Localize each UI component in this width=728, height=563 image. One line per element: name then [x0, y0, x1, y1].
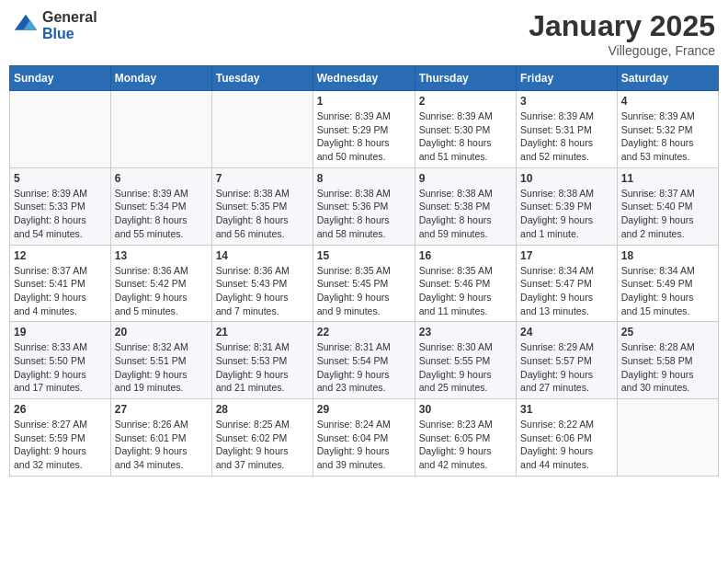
day-number: 11 — [621, 172, 714, 185]
calendar-week-row: 12Sunrise: 8:37 AM Sunset: 5:41 PM Dayli… — [10, 245, 719, 322]
calendar-cell: 1Sunrise: 8:39 AM Sunset: 5:29 PM Daylig… — [313, 91, 415, 168]
day-info: Sunrise: 8:30 AM Sunset: 5:55 PM Dayligh… — [419, 340, 512, 395]
day-number: 15 — [317, 249, 411, 262]
day-info: Sunrise: 8:39 AM Sunset: 5:31 PM Dayligh… — [520, 109, 613, 164]
calendar-cell: 17Sunrise: 8:34 AM Sunset: 5:47 PM Dayli… — [517, 245, 618, 322]
weekday-header: Tuesday — [211, 66, 313, 91]
day-number: 2 — [419, 95, 512, 108]
day-info: Sunrise: 8:38 AM Sunset: 5:36 PM Dayligh… — [317, 187, 411, 241]
day-number: 8 — [317, 172, 411, 185]
weekday-header: Monday — [110, 66, 211, 91]
calendar-cell: 21Sunrise: 8:31 AM Sunset: 5:53 PM Dayli… — [211, 322, 313, 399]
calendar-cell: 4Sunrise: 8:39 AM Sunset: 5:32 PM Daylig… — [617, 91, 718, 168]
day-info: Sunrise: 8:34 AM Sunset: 5:47 PM Dayligh… — [520, 264, 613, 318]
day-info: Sunrise: 8:34 AM Sunset: 5:49 PM Dayligh… — [621, 264, 714, 318]
day-info: Sunrise: 8:27 AM Sunset: 5:59 PM Dayligh… — [14, 418, 107, 472]
day-number: 21 — [216, 326, 309, 339]
day-info: Sunrise: 8:35 AM Sunset: 5:45 PM Dayligh… — [317, 264, 411, 318]
page-header: General Blue January 2025 Villegouge, Fr… — [9, 9, 719, 58]
day-number: 31 — [520, 403, 613, 416]
calendar-cell: 31Sunrise: 8:22 AM Sunset: 6:06 PM Dayli… — [517, 399, 618, 477]
calendar-cell: 24Sunrise: 8:29 AM Sunset: 5:57 PM Dayli… — [517, 322, 618, 399]
day-info: Sunrise: 8:31 AM Sunset: 5:54 PM Dayligh… — [317, 340, 411, 395]
calendar-cell: 16Sunrise: 8:35 AM Sunset: 5:46 PM Dayli… — [415, 245, 516, 322]
day-info: Sunrise: 8:26 AM Sunset: 6:01 PM Dayligh… — [115, 418, 208, 472]
calendar-week-row: 1Sunrise: 8:39 AM Sunset: 5:29 PM Daylig… — [10, 91, 719, 168]
day-number: 29 — [317, 403, 411, 416]
weekday-header: Wednesday — [313, 66, 415, 91]
day-number: 18 — [621, 249, 714, 262]
day-number: 6 — [115, 172, 208, 185]
day-number: 3 — [520, 95, 613, 108]
calendar-cell: 9Sunrise: 8:38 AM Sunset: 5:38 PM Daylig… — [415, 167, 516, 245]
day-number: 16 — [419, 249, 512, 262]
day-info: Sunrise: 8:36 AM Sunset: 5:43 PM Dayligh… — [216, 264, 309, 318]
day-info: Sunrise: 8:29 AM Sunset: 5:57 PM Dayligh… — [520, 340, 613, 395]
calendar-cell — [617, 399, 718, 477]
calendar-cell: 27Sunrise: 8:26 AM Sunset: 6:01 PM Dayli… — [110, 399, 211, 477]
calendar-cell: 18Sunrise: 8:34 AM Sunset: 5:49 PM Dayli… — [617, 245, 718, 322]
day-number: 14 — [216, 249, 309, 262]
calendar-cell: 10Sunrise: 8:38 AM Sunset: 5:39 PM Dayli… — [517, 167, 618, 245]
day-number: 13 — [115, 249, 208, 262]
calendar-cell: 22Sunrise: 8:31 AM Sunset: 5:54 PM Dayli… — [313, 322, 415, 399]
day-info: Sunrise: 8:38 AM Sunset: 5:35 PM Dayligh… — [216, 187, 309, 241]
day-number: 1 — [317, 95, 411, 108]
calendar-cell: 7Sunrise: 8:38 AM Sunset: 5:35 PM Daylig… — [211, 167, 313, 245]
calendar-cell: 12Sunrise: 8:37 AM Sunset: 5:41 PM Dayli… — [10, 245, 111, 322]
day-info: Sunrise: 8:31 AM Sunset: 5:53 PM Dayligh… — [216, 340, 309, 395]
calendar-title: January 2025 — [529, 9, 715, 43]
day-info: Sunrise: 8:24 AM Sunset: 6:04 PM Dayligh… — [317, 418, 411, 472]
day-info: Sunrise: 8:37 AM Sunset: 5:40 PM Dayligh… — [621, 187, 714, 241]
day-number: 20 — [115, 326, 208, 339]
day-info: Sunrise: 8:39 AM Sunset: 5:33 PM Dayligh… — [14, 187, 107, 241]
logo-blue: Blue — [42, 26, 97, 42]
day-info: Sunrise: 8:36 AM Sunset: 5:42 PM Dayligh… — [115, 264, 208, 318]
day-info: Sunrise: 8:38 AM Sunset: 5:39 PM Dayligh… — [520, 187, 613, 241]
calendar-cell: 30Sunrise: 8:23 AM Sunset: 6:05 PM Dayli… — [415, 399, 516, 477]
day-info: Sunrise: 8:39 AM Sunset: 5:32 PM Dayligh… — [621, 109, 714, 164]
day-number: 12 — [14, 249, 107, 262]
calendar-cell — [10, 91, 111, 168]
day-number: 7 — [216, 172, 309, 185]
day-number: 27 — [115, 403, 208, 416]
calendar-cell: 29Sunrise: 8:24 AM Sunset: 6:04 PM Dayli… — [313, 399, 415, 477]
day-info: Sunrise: 8:39 AM Sunset: 5:29 PM Dayligh… — [317, 109, 411, 164]
day-number: 17 — [520, 249, 613, 262]
calendar-cell: 26Sunrise: 8:27 AM Sunset: 5:59 PM Dayli… — [10, 399, 111, 477]
day-info: Sunrise: 8:38 AM Sunset: 5:38 PM Dayligh… — [419, 187, 512, 241]
calendar-cell: 5Sunrise: 8:39 AM Sunset: 5:33 PM Daylig… — [10, 167, 111, 245]
calendar-cell: 19Sunrise: 8:33 AM Sunset: 5:50 PM Dayli… — [10, 322, 111, 399]
day-number: 30 — [419, 403, 512, 416]
weekday-header: Friday — [517, 66, 618, 91]
title-block: January 2025 Villegouge, France — [529, 9, 715, 58]
calendar-cell: 2Sunrise: 8:39 AM Sunset: 5:30 PM Daylig… — [415, 91, 516, 168]
day-number: 5 — [14, 172, 107, 185]
day-number: 25 — [621, 326, 714, 339]
weekday-row: SundayMondayTuesdayWednesdayThursdayFrid… — [10, 66, 719, 91]
calendar-cell: 28Sunrise: 8:25 AM Sunset: 6:02 PM Dayli… — [211, 399, 313, 477]
day-info: Sunrise: 8:39 AM Sunset: 5:30 PM Dayligh… — [419, 109, 512, 164]
calendar-cell: 14Sunrise: 8:36 AM Sunset: 5:43 PM Dayli… — [211, 245, 313, 322]
calendar-week-row: 19Sunrise: 8:33 AM Sunset: 5:50 PM Dayli… — [10, 322, 719, 399]
calendar-body: 1Sunrise: 8:39 AM Sunset: 5:29 PM Daylig… — [10, 91, 719, 477]
day-number: 9 — [419, 172, 512, 185]
calendar-cell: 15Sunrise: 8:35 AM Sunset: 5:45 PM Dayli… — [313, 245, 415, 322]
day-number: 4 — [621, 95, 714, 108]
day-info: Sunrise: 8:39 AM Sunset: 5:34 PM Dayligh… — [115, 187, 208, 241]
weekday-header: Saturday — [617, 66, 718, 91]
calendar-week-row: 26Sunrise: 8:27 AM Sunset: 5:59 PM Dayli… — [10, 399, 719, 477]
day-number: 22 — [317, 326, 411, 339]
calendar-week-row: 5Sunrise: 8:39 AM Sunset: 5:33 PM Daylig… — [10, 167, 719, 245]
calendar-cell: 25Sunrise: 8:28 AM Sunset: 5:58 PM Dayli… — [617, 322, 718, 399]
weekday-header: Thursday — [415, 66, 516, 91]
logo: General Blue — [13, 9, 97, 41]
logo-icon — [13, 13, 39, 39]
day-number: 28 — [216, 403, 309, 416]
day-info: Sunrise: 8:35 AM Sunset: 5:46 PM Dayligh… — [419, 264, 512, 318]
calendar-cell — [110, 91, 211, 168]
calendar-cell: 23Sunrise: 8:30 AM Sunset: 5:55 PM Dayli… — [415, 322, 516, 399]
day-info: Sunrise: 8:23 AM Sunset: 6:05 PM Dayligh… — [419, 418, 512, 472]
day-info: Sunrise: 8:33 AM Sunset: 5:50 PM Dayligh… — [14, 340, 107, 395]
day-info: Sunrise: 8:32 AM Sunset: 5:51 PM Dayligh… — [115, 340, 208, 395]
